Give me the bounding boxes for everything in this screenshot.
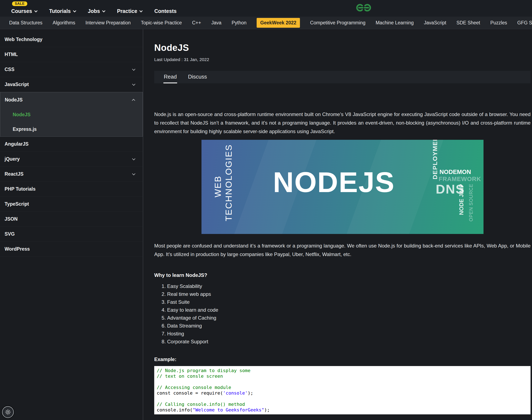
list-item: Data Streaming bbox=[167, 322, 531, 330]
secondary-nav: Data Structures Algorithms Interview Pre… bbox=[0, 17, 532, 29]
chevron-down-icon bbox=[73, 9, 76, 12]
sidebar-item-php-tutorials[interactable]: PHP Tutorials bbox=[0, 182, 143, 197]
sidebar-item-label: PHP Tutorials bbox=[5, 186, 36, 192]
sidebar-item-label: TypeScript bbox=[5, 201, 29, 207]
sun-icon bbox=[5, 409, 11, 415]
code-line-empty bbox=[157, 379, 528, 385]
sidebar-item-web-technology[interactable]: Web Technology bbox=[0, 32, 143, 47]
list-item: Easy to learn and code bbox=[167, 306, 531, 314]
sidebar-item-label: JSON bbox=[5, 216, 18, 222]
sidebar-subitem-label: NodeJS bbox=[13, 112, 31, 118]
banner-word-open-source: OPEN SOURCE bbox=[468, 184, 474, 222]
geeksforgeeks-logo[interactable] bbox=[354, 3, 373, 13]
subnav-item-data-structures[interactable]: Data Structures bbox=[9, 20, 42, 26]
subnav-item-sde-sheet[interactable]: SDE Sheet bbox=[456, 20, 480, 26]
code-line: // Accessing console module bbox=[157, 385, 528, 390]
code-comment: // Calling console.info() method bbox=[157, 402, 245, 407]
code-text: const console = require( bbox=[157, 390, 223, 396]
sidebar-item-label: Web Technology bbox=[5, 37, 42, 42]
tab-discuss[interactable]: Discuss bbox=[188, 71, 207, 83]
sidebar-item-label: CSS bbox=[5, 67, 14, 72]
sidebar-item-css[interactable]: CSS bbox=[0, 62, 143, 77]
article: NodeJS Last Updated : 31 Jan, 2022 Read … bbox=[143, 29, 532, 420]
subnav-item-gfg-school[interactable]: GFG School bbox=[517, 20, 532, 26]
subnav-item-competitive-programming[interactable]: Competitive Programming bbox=[310, 20, 365, 26]
intro-paragraph: Node.js is an open-source and cross-plat… bbox=[154, 110, 531, 136]
code-text: ); bbox=[264, 407, 270, 413]
code-string: 'console' bbox=[223, 390, 248, 396]
code-block: // Node.js program to display some // te… bbox=[154, 366, 531, 414]
sidebar-item-svg[interactable]: SVG bbox=[0, 227, 143, 242]
subnav-item-geekweek-2022[interactable]: GeekWeek 2022 bbox=[257, 18, 300, 28]
code-line: console.info("Welcome to GeeksforGeeks")… bbox=[157, 407, 528, 413]
sidebar-item-javascript[interactable]: JavaScript bbox=[0, 77, 143, 92]
sidebar-item-label: SVG bbox=[5, 231, 15, 237]
subnav-item-puzzles[interactable]: Puzzles bbox=[490, 20, 507, 26]
nav-item-courses[interactable]: Courses bbox=[11, 8, 37, 14]
body-paragraph: Most people are confused and understand … bbox=[154, 241, 531, 258]
code-text: ); bbox=[248, 390, 253, 396]
code-comment: // Node.js program to display some bbox=[157, 368, 250, 373]
nav-item-practice[interactable]: Practice bbox=[117, 8, 142, 14]
banner-technologies-label: TECHNOLOGIES bbox=[223, 152, 234, 221]
list-item: Real time web apps bbox=[167, 290, 531, 298]
banner-word-node-jimp: NODE JIMP bbox=[458, 182, 465, 215]
chevron-up-icon bbox=[132, 99, 135, 102]
sidebar-item-wordpress[interactable]: WordPress bbox=[0, 242, 143, 257]
list-item: Fast Suite bbox=[167, 298, 531, 306]
nav-item-contests[interactable]: Contests bbox=[154, 8, 177, 14]
list-item: Advantage of Caching bbox=[167, 314, 531, 322]
code-string: "Welcome to GeeksforGeeks" bbox=[193, 407, 264, 413]
banner-web-technologies-label: WEB TECHNOLOGIES bbox=[212, 152, 234, 221]
tab-read[interactable]: Read bbox=[163, 71, 177, 83]
sidebar-item-label: HTML bbox=[5, 52, 18, 57]
theme-toggle-button[interactable] bbox=[2, 406, 14, 418]
sidebar-group-nodejs: NodeJS NodeJS Express.js bbox=[0, 92, 143, 137]
sidebar-item-angularjs[interactable]: AngularJS bbox=[0, 137, 143, 152]
banner-word-nodemon: NODEMON bbox=[440, 168, 471, 175]
subnav-item-machine-learning[interactable]: Machine Learning bbox=[376, 20, 414, 26]
banner-nodejs-title: NODEJS bbox=[273, 166, 395, 199]
subnav-item-javascript[interactable]: JavaScript bbox=[424, 20, 446, 26]
sidebar-item-json[interactable]: JSON bbox=[0, 212, 143, 227]
page-body: Web Technology HTML CSS JavaScript NodeJ… bbox=[0, 29, 532, 420]
sidebar-item-nodejs[interactable]: NodeJS bbox=[0, 92, 142, 107]
sidebar: Web Technology HTML CSS JavaScript NodeJ… bbox=[0, 29, 143, 420]
chevron-down-icon bbox=[132, 157, 136, 160]
code-line-empty bbox=[157, 396, 528, 402]
top-header: SALE Courses Tutorials Jobs Practice Con… bbox=[0, 0, 532, 17]
nav-item-tutorials[interactable]: Tutorials bbox=[49, 8, 76, 14]
subnav-item-interview-preparation[interactable]: Interview Preparation bbox=[85, 20, 130, 26]
subnav-item-cpp[interactable]: C++ bbox=[192, 20, 201, 26]
nav-item-contests-label: Contests bbox=[154, 8, 177, 14]
main-nav: Courses Tutorials Jobs Practice Contests bbox=[0, 8, 189, 14]
sale-badge[interactable]: SALE bbox=[12, 1, 27, 6]
nav-item-jobs-label: Jobs bbox=[88, 8, 100, 14]
subnav-item-topic-wise-practice[interactable]: Topic-wise Practice bbox=[141, 20, 182, 26]
subnav-item-java[interactable]: Java bbox=[211, 20, 222, 26]
code-comment: // Accessing console module bbox=[157, 385, 231, 390]
sidebar-item-typescript[interactable]: TypeScript bbox=[0, 197, 143, 212]
subnav-item-algorithms[interactable]: Algorithms bbox=[53, 20, 75, 26]
banner-word-deployment: DEPLOYMENT bbox=[432, 144, 439, 179]
chevron-down-icon bbox=[132, 82, 136, 86]
subnav-item-python[interactable]: Python bbox=[232, 20, 247, 26]
nav-item-tutorials-label: Tutorials bbox=[49, 8, 71, 14]
sidebar-item-jquery[interactable]: jQuery bbox=[0, 152, 143, 167]
page-title: NodeJS bbox=[154, 43, 531, 53]
sidebar-subitem-expressjs[interactable]: Express.js bbox=[0, 122, 142, 136]
sidebar-item-html[interactable]: HTML bbox=[0, 47, 143, 62]
nav-item-practice-label: Practice bbox=[117, 8, 137, 14]
chevron-down-icon bbox=[132, 67, 136, 71]
chevron-down-icon bbox=[132, 172, 136, 175]
sidebar-item-reactjs[interactable]: ReactJS bbox=[0, 167, 143, 182]
sidebar-item-label: jQuery bbox=[5, 156, 20, 162]
sidebar-item-label: NodeJS bbox=[5, 97, 23, 103]
sidebar-subitem-nodejs[interactable]: NodeJS bbox=[0, 107, 142, 122]
banner-web-label: WEB bbox=[212, 152, 223, 221]
code-comment: // text on consle screen bbox=[157, 374, 223, 379]
nav-item-jobs[interactable]: Jobs bbox=[88, 8, 105, 14]
why-list: Easy Scalability Real time web apps Fast… bbox=[154, 282, 531, 346]
list-item: Easy Scalability bbox=[167, 282, 531, 290]
chevron-down-icon bbox=[34, 9, 38, 12]
